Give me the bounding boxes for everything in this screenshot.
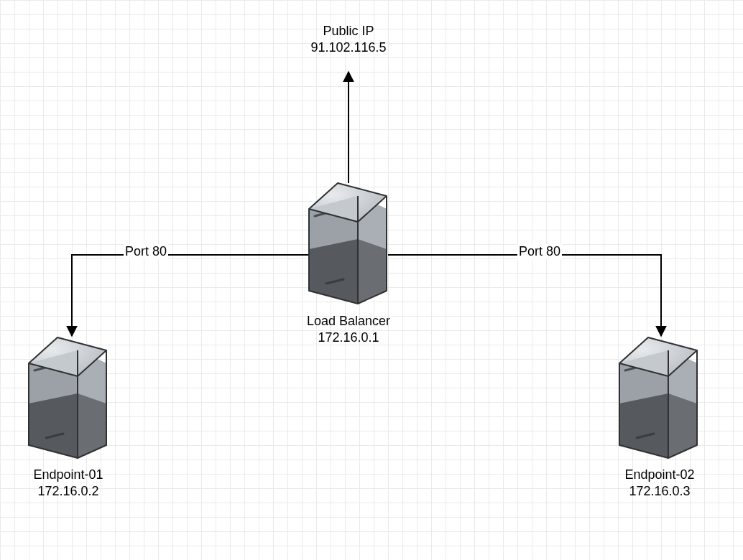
- edge-lb-to-endpoint1: [72, 255, 309, 336]
- edge-label-right-port: Port 80: [517, 244, 562, 259]
- edge-lb-to-endpoint2: [388, 255, 661, 336]
- load-balancer-address: 172.16.0.1: [277, 330, 420, 346]
- load-balancer-label: Load Balancer 172.16.0.1: [277, 313, 420, 347]
- public-ip-label: Public IP 91.102.116.5: [277, 23, 420, 57]
- endpoint2-address: 172.16.0.3: [588, 483, 732, 500]
- endpoint1-address: 172.16.0.2: [0, 483, 140, 500]
- endpoint1-label: Endpoint-01 172.16.0.2: [0, 467, 140, 500]
- public-ip-address: 91.102.116.5: [277, 39, 420, 56]
- endpoint2-title: Endpoint-02: [588, 467, 732, 483]
- endpoint2-label: Endpoint-02 172.16.0.3: [588, 467, 732, 500]
- server-icon-endpoint1: [29, 337, 106, 458]
- public-ip-title: Public IP: [277, 23, 420, 39]
- endpoint1-title: Endpoint-01: [0, 467, 140, 483]
- edge-label-left-port: Port 80: [124, 244, 168, 259]
- diagram-canvas: Public IP 91.102.116.5 Load Balancer 172…: [0, 0, 743, 560]
- load-balancer-title: Load Balancer: [277, 313, 420, 330]
- server-icon-load-balancer: [309, 183, 387, 304]
- server-icon-endpoint2: [619, 337, 697, 458]
